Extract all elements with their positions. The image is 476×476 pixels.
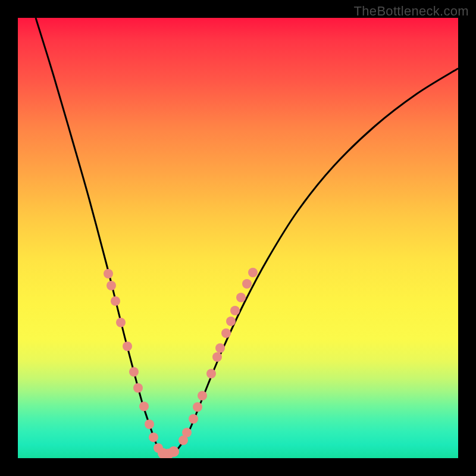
chart-area [18, 18, 458, 458]
marker-dot [236, 293, 246, 302]
marker-dot [206, 369, 216, 378]
markers-right [178, 268, 258, 445]
marker-dot [221, 328, 231, 338]
chart-svg [18, 18, 458, 458]
markers-left [104, 269, 163, 453]
marker-dot [193, 402, 202, 412]
marker-dot [230, 306, 240, 315]
marker-dot [116, 318, 126, 327]
watermark-text: TheBottleneck.com [354, 4, 469, 19]
marker-dot [145, 419, 154, 429]
marker-dot [168, 446, 179, 457]
marker-dot [107, 281, 116, 290]
marker-dot [129, 367, 139, 377]
right-curve [167, 68, 458, 454]
marker-dot [149, 433, 158, 442]
marker-dot [111, 296, 120, 306]
marker-dot [139, 402, 149, 411]
marker-dot [226, 317, 236, 326]
marker-dot [104, 269, 113, 278]
marker-dot [215, 343, 225, 353]
marker-dot [189, 414, 198, 424]
marker-dot [248, 268, 258, 277]
marker-dot [242, 279, 252, 289]
marker-dot [123, 342, 132, 351]
marker-dot [182, 428, 192, 437]
marker-dot [133, 383, 143, 393]
marker-dot [198, 391, 207, 400]
left-curve [36, 18, 167, 454]
marker-dot [212, 352, 222, 362]
